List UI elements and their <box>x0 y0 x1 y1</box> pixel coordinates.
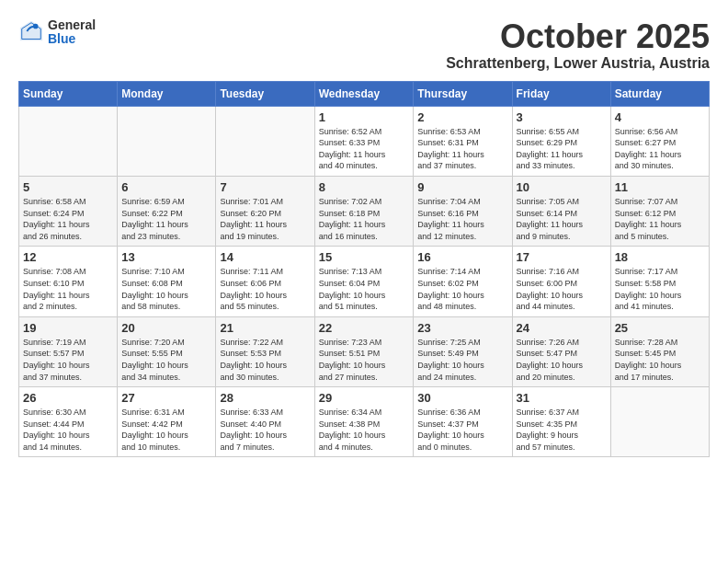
day-number: 23 <box>417 321 507 335</box>
calendar-cell: 26Sunrise: 6:30 AM Sunset: 4:44 PM Dayli… <box>19 387 118 457</box>
day-info: Sunrise: 6:53 AM Sunset: 6:31 PM Dayligh… <box>417 126 507 172</box>
calendar-cell: 20Sunrise: 7:20 AM Sunset: 5:55 PM Dayli… <box>118 316 216 386</box>
calendar-cell: 12Sunrise: 7:08 AM Sunset: 6:10 PM Dayli… <box>19 247 118 316</box>
day-number: 29 <box>319 391 410 405</box>
day-info: Sunrise: 7:23 AM Sunset: 5:51 PM Dayligh… <box>319 337 410 383</box>
day-info: Sunrise: 7:10 AM Sunset: 6:08 PM Dayligh… <box>121 266 211 312</box>
day-number: 2 <box>417 110 507 124</box>
day-info: Sunrise: 7:13 AM Sunset: 6:04 PM Dayligh… <box>319 266 410 312</box>
calendar-cell: 17Sunrise: 7:16 AM Sunset: 6:00 PM Dayli… <box>512 247 610 316</box>
day-number: 8 <box>319 180 410 194</box>
calendar-cell: 6Sunrise: 6:59 AM Sunset: 6:22 PM Daylig… <box>118 176 216 246</box>
day-number: 11 <box>615 180 705 194</box>
day-info: Sunrise: 7:22 AM Sunset: 5:53 PM Dayligh… <box>220 337 310 383</box>
day-info: Sunrise: 6:37 AM Sunset: 4:35 PM Dayligh… <box>517 407 607 453</box>
day-info: Sunrise: 6:33 AM Sunset: 4:40 PM Dayligh… <box>220 407 310 453</box>
day-info: Sunrise: 7:01 AM Sunset: 6:20 PM Dayligh… <box>220 196 310 242</box>
day-info: Sunrise: 7:14 AM Sunset: 6:02 PM Dayligh… <box>417 266 507 312</box>
calendar-cell: 27Sunrise: 6:31 AM Sunset: 4:42 PM Dayli… <box>118 387 216 457</box>
day-info: Sunrise: 6:30 AM Sunset: 4:44 PM Dayligh… <box>23 407 113 453</box>
calendar-cell: 1Sunrise: 6:52 AM Sunset: 6:33 PM Daylig… <box>314 106 414 176</box>
page-header: General Blue October 2025 Schrattenberg,… <box>18 18 710 72</box>
day-number: 16 <box>417 250 507 264</box>
day-info: Sunrise: 7:11 AM Sunset: 6:06 PM Dayligh… <box>220 266 310 312</box>
calendar-table: SundayMondayTuesdayWednesdayThursdayFrid… <box>18 81 710 458</box>
day-number: 21 <box>220 321 310 335</box>
calendar-cell <box>19 106 118 176</box>
svg-point-2 <box>33 24 39 29</box>
day-info: Sunrise: 6:56 AM Sunset: 6:27 PM Dayligh… <box>615 126 705 172</box>
logo-icon <box>18 19 44 45</box>
day-info: Sunrise: 7:07 AM Sunset: 6:12 PM Dayligh… <box>615 196 705 242</box>
day-info: Sunrise: 7:04 AM Sunset: 6:16 PM Dayligh… <box>417 196 507 242</box>
day-info: Sunrise: 6:58 AM Sunset: 6:24 PM Dayligh… <box>23 196 113 242</box>
calendar-cell: 10Sunrise: 7:05 AM Sunset: 6:14 PM Dayli… <box>512 176 610 246</box>
calendar-cell: 2Sunrise: 6:53 AM Sunset: 6:31 PM Daylig… <box>414 106 512 176</box>
day-info: Sunrise: 7:16 AM Sunset: 6:00 PM Dayligh… <box>517 266 607 312</box>
day-of-week-header: Sunday <box>19 81 118 106</box>
title-block: October 2025 Schrattenberg, Lower Austri… <box>446 18 710 72</box>
day-number: 9 <box>417 180 507 194</box>
day-number: 6 <box>121 180 211 194</box>
day-info: Sunrise: 7:20 AM Sunset: 5:55 PM Dayligh… <box>121 337 211 383</box>
calendar-header-row: SundayMondayTuesdayWednesdayThursdayFrid… <box>19 81 710 106</box>
calendar-cell: 30Sunrise: 6:36 AM Sunset: 4:37 PM Dayli… <box>414 387 512 457</box>
logo: General Blue <box>18 18 96 47</box>
calendar-week-row: 1Sunrise: 6:52 AM Sunset: 6:33 PM Daylig… <box>19 106 710 176</box>
day-number: 26 <box>23 391 113 405</box>
logo-text: General Blue <box>48 18 96 47</box>
day-info: Sunrise: 7:17 AM Sunset: 5:58 PM Dayligh… <box>615 266 705 312</box>
calendar-cell <box>118 106 216 176</box>
calendar-week-row: 5Sunrise: 6:58 AM Sunset: 6:24 PM Daylig… <box>19 176 710 246</box>
day-number: 31 <box>517 391 607 405</box>
calendar-cell: 9Sunrise: 7:04 AM Sunset: 6:16 PM Daylig… <box>414 176 512 246</box>
calendar-cell: 3Sunrise: 6:55 AM Sunset: 6:29 PM Daylig… <box>512 106 610 176</box>
calendar-cell <box>216 106 314 176</box>
calendar-cell: 18Sunrise: 7:17 AM Sunset: 5:58 PM Dayli… <box>610 247 709 316</box>
day-info: Sunrise: 6:52 AM Sunset: 6:33 PM Dayligh… <box>319 126 410 172</box>
day-number: 17 <box>517 250 607 264</box>
calendar-cell <box>610 387 709 457</box>
calendar-cell: 16Sunrise: 7:14 AM Sunset: 6:02 PM Dayli… <box>414 247 512 316</box>
day-info: Sunrise: 7:19 AM Sunset: 5:57 PM Dayligh… <box>23 337 113 383</box>
calendar-cell: 28Sunrise: 6:33 AM Sunset: 4:40 PM Dayli… <box>216 387 314 457</box>
calendar-cell: 13Sunrise: 7:10 AM Sunset: 6:08 PM Dayli… <box>118 247 216 316</box>
day-number: 25 <box>615 321 705 335</box>
calendar-cell: 5Sunrise: 6:58 AM Sunset: 6:24 PM Daylig… <box>19 176 118 246</box>
calendar-cell: 31Sunrise: 6:37 AM Sunset: 4:35 PM Dayli… <box>512 387 610 457</box>
day-number: 4 <box>615 110 705 124</box>
month-title: October 2025 <box>446 18 710 55</box>
day-of-week-header: Thursday <box>414 81 512 106</box>
day-info: Sunrise: 6:34 AM Sunset: 4:38 PM Dayligh… <box>319 407 410 453</box>
day-info: Sunrise: 7:05 AM Sunset: 6:14 PM Dayligh… <box>517 196 607 242</box>
day-number: 14 <box>220 250 310 264</box>
day-number: 30 <box>417 391 507 405</box>
calendar-cell: 19Sunrise: 7:19 AM Sunset: 5:57 PM Dayli… <box>19 316 118 386</box>
day-number: 22 <box>319 321 410 335</box>
calendar-cell: 24Sunrise: 7:26 AM Sunset: 5:47 PM Dayli… <box>512 316 610 386</box>
calendar-cell: 29Sunrise: 6:34 AM Sunset: 4:38 PM Dayli… <box>314 387 414 457</box>
day-info: Sunrise: 6:36 AM Sunset: 4:37 PM Dayligh… <box>417 407 507 453</box>
day-of-week-header: Saturday <box>610 81 709 106</box>
day-number: 3 <box>517 110 607 124</box>
calendar-week-row: 19Sunrise: 7:19 AM Sunset: 5:57 PM Dayli… <box>19 316 710 386</box>
calendar-cell: 21Sunrise: 7:22 AM Sunset: 5:53 PM Dayli… <box>216 316 314 386</box>
day-info: Sunrise: 7:28 AM Sunset: 5:45 PM Dayligh… <box>615 337 705 383</box>
day-number: 13 <box>121 250 211 264</box>
day-number: 1 <box>319 110 410 124</box>
day-of-week-header: Wednesday <box>314 81 414 106</box>
svg-marker-0 <box>20 21 42 40</box>
day-number: 10 <box>517 180 607 194</box>
day-info: Sunrise: 7:08 AM Sunset: 6:10 PM Dayligh… <box>23 266 113 312</box>
day-info: Sunrise: 7:25 AM Sunset: 5:49 PM Dayligh… <box>417 337 507 383</box>
calendar-week-row: 12Sunrise: 7:08 AM Sunset: 6:10 PM Dayli… <box>19 247 710 316</box>
day-number: 7 <box>220 180 310 194</box>
calendar-cell: 22Sunrise: 7:23 AM Sunset: 5:51 PM Dayli… <box>314 316 414 386</box>
day-info: Sunrise: 6:59 AM Sunset: 6:22 PM Dayligh… <box>121 196 211 242</box>
day-number: 5 <box>23 180 113 194</box>
day-info: Sunrise: 6:31 AM Sunset: 4:42 PM Dayligh… <box>121 407 211 453</box>
logo-blue-text: Blue <box>48 32 96 46</box>
calendar-cell: 7Sunrise: 7:01 AM Sunset: 6:20 PM Daylig… <box>216 176 314 246</box>
day-of-week-header: Friday <box>512 81 610 106</box>
calendar-cell: 14Sunrise: 7:11 AM Sunset: 6:06 PM Dayli… <box>216 247 314 316</box>
